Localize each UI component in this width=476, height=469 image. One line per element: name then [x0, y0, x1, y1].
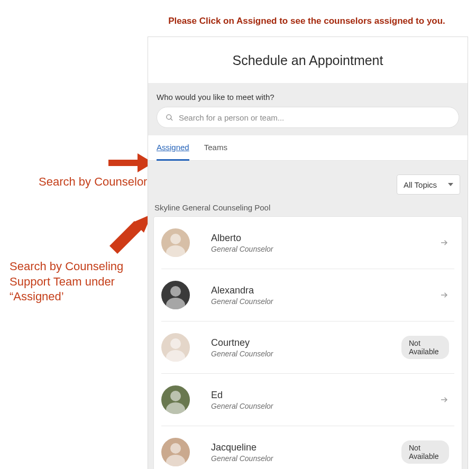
counselor-role: General Counselor — [211, 454, 391, 463]
counselor-role: General Counselor — [211, 350, 391, 358]
counselor-info: AlbertoGeneral Counselor — [200, 233, 391, 253]
counselor-info: CourtneyGeneral Counselor — [200, 337, 391, 358]
avatar — [161, 385, 190, 414]
counselor-role: General Counselor — [211, 402, 391, 410]
row-action — [401, 290, 454, 300]
counselor-name: Alberto — [211, 233, 391, 244]
search-icon — [166, 114, 173, 122]
status-not-available: Not Available — [401, 440, 449, 464]
row-action — [401, 395, 454, 404]
search-input[interactable] — [179, 113, 450, 122]
counselor-row[interactable]: EdGeneral Counselor — [161, 374, 454, 426]
counselor-list: AlbertoGeneral CounselorAlexandraGeneral… — [153, 216, 462, 469]
counselor-name: Courtney — [211, 337, 391, 348]
svg-rect-0 — [108, 160, 138, 166]
avatar — [161, 333, 190, 362]
svg-point-11 — [170, 338, 181, 349]
svg-point-16 — [166, 455, 185, 466]
counselor-name: Alexandra — [211, 285, 391, 296]
row-action: Not Available — [401, 336, 454, 359]
instruction-text: Please Click on Assigned to see the coun… — [0, 16, 476, 26]
svg-point-12 — [166, 350, 185, 362]
counselor-row[interactable]: JacquelineGeneral CounselorNot Available — [161, 426, 454, 469]
counselor-info: EdGeneral Counselor — [200, 390, 391, 410]
avatar — [161, 228, 190, 257]
svg-point-8 — [166, 245, 185, 257]
svg-point-9 — [170, 286, 181, 297]
svg-point-7 — [170, 234, 181, 244]
arrow-to-assigned-tab — [108, 153, 153, 172]
row-action: Not Available — [401, 440, 454, 464]
counselor-row[interactable]: AlexandraGeneral Counselor — [161, 269, 454, 321]
counselor-name: Ed — [211, 390, 391, 401]
svg-point-13 — [170, 391, 181, 401]
search-label: Who would you like to meet with? — [157, 93, 459, 102]
counselor-role: General Counselor — [211, 245, 391, 253]
svg-marker-3 — [109, 221, 142, 254]
svg-point-14 — [166, 402, 185, 414]
topic-dropdown-label: All Topics — [404, 180, 437, 189]
page-title: Schedule an Appointment — [148, 37, 468, 83]
counselor-row[interactable]: AlbertoGeneral Counselor — [161, 217, 454, 269]
tabs-bar: Assigned Teams — [148, 135, 468, 161]
svg-marker-6 — [448, 183, 453, 186]
search-section: Who would you like to meet with? — [148, 83, 468, 135]
search-field-wrapper[interactable] — [157, 107, 459, 128]
row-action — [401, 238, 454, 247]
arrow-right-icon[interactable] — [440, 395, 449, 404]
counselor-info: AlexandraGeneral Counselor — [200, 285, 391, 306]
arrow-right-icon[interactable] — [440, 238, 449, 247]
svg-point-10 — [166, 298, 185, 309]
chevron-down-icon — [448, 183, 453, 186]
tab-teams[interactable]: Teams — [204, 143, 227, 160]
counselor-name: Jacqueline — [211, 442, 391, 453]
avatar — [161, 438, 190, 466]
counselor-row[interactable]: CourtneyGeneral CounselorNot Available — [161, 321, 454, 374]
pool-section: Skyline General Counseling Pool AlbertoG… — [148, 201, 468, 469]
counselor-info: JacquelineGeneral Counselor — [200, 442, 391, 463]
filter-row: All Topics — [148, 161, 468, 201]
arrow-right-icon[interactable] — [440, 290, 449, 300]
status-not-available: Not Available — [401, 336, 449, 359]
counselor-role: General Counselor — [211, 297, 391, 306]
pool-title: Skyline General Counseling Pool — [153, 201, 462, 216]
topic-dropdown[interactable]: All Topics — [397, 174, 460, 195]
annotation-counseling-team: Search by Counseling Support Team under … — [10, 259, 142, 305]
tab-assigned[interactable]: Assigned — [157, 143, 189, 161]
appointment-panel: Schedule an Appointment Who would you li… — [148, 36, 468, 469]
svg-point-15 — [170, 443, 181, 454]
avatar — [161, 281, 190, 309]
arrow-to-pool-title — [109, 214, 152, 254]
